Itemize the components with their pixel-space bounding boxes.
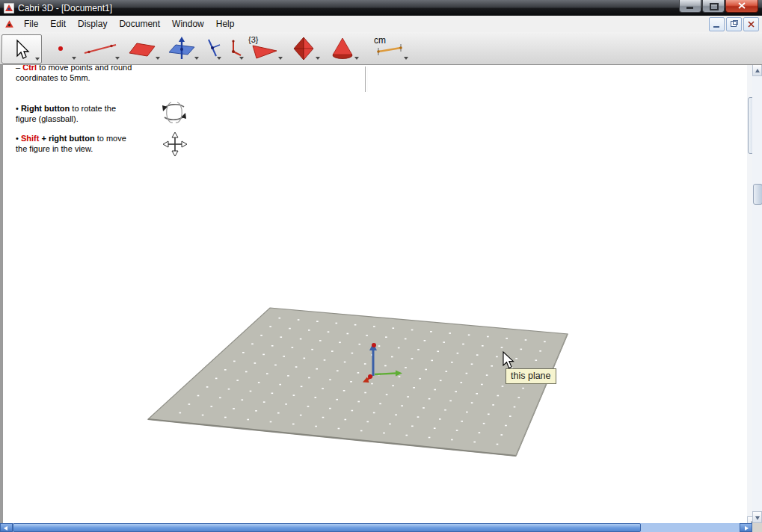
tool-dropdown-arrow[interactable]	[354, 57, 359, 60]
horizontal-scrollbar[interactable]	[0, 523, 762, 532]
menu-item-file[interactable]: File	[18, 16, 44, 32]
tool-measurement[interactable]: cm	[371, 34, 410, 62]
tool-select[interactable]	[1, 34, 42, 64]
tool-dropdown-arrow[interactable]	[115, 57, 120, 60]
close-icon	[726, 0, 758, 12]
toolbar-separator	[365, 66, 368, 92]
help-item-ctrl: – Ctrl to move points and round coordina…	[16, 63, 135, 83]
title-bar[interactable]: Cabri 3D - [Document1]	[0, 0, 762, 16]
down-arrow-icon	[755, 516, 760, 520]
left-arrow-icon	[4, 526, 7, 531]
mdi-restore-button[interactable]	[726, 17, 742, 31]
cm-label: cm	[374, 35, 386, 46]
vertical-scroll-thumb[interactable]	[753, 184, 762, 205]
scroll-down-button[interactable]	[752, 511, 762, 523]
vertical-scrollbar[interactable]	[752, 64, 762, 523]
tool-dropdown-arrow[interactable]	[316, 57, 320, 60]
right-arrow-icon	[745, 526, 749, 531]
tool-dropdown-arrow[interactable]	[35, 58, 40, 61]
close-button[interactable]	[725, 0, 758, 13]
menu-item-edit[interactable]: Edit	[44, 16, 72, 32]
menu-item-document[interactable]: Document	[113, 16, 166, 32]
tool-polygon[interactable]: {3}	[245, 34, 284, 62]
move-view-icon	[162, 132, 188, 157]
mdi-restore-icon-back	[733, 20, 738, 25]
mouse-cursor	[502, 351, 515, 371]
tool-dropdown-arrow[interactable]	[278, 57, 283, 60]
maximize-icon	[710, 3, 719, 10]
tool-dropdown-arrow[interactable]	[217, 57, 221, 60]
up-arrow-icon	[755, 69, 760, 72]
tool-dropdown-arrow[interactable]	[72, 57, 76, 60]
menu-item-window[interactable]: Window	[166, 16, 210, 32]
tool-dropdown-arrow[interactable]	[404, 57, 408, 60]
help-item-shift-right-button: • Shift + right button to move the figur…	[16, 134, 135, 154]
angle-mark-icon	[225, 37, 245, 60]
document-app-icon	[4, 19, 15, 30]
minimize-icon	[686, 7, 693, 9]
toolbar: {3} cm	[0, 32, 762, 65]
pointer-arrow-icon	[10, 38, 33, 61]
scroll-left-button[interactable]	[0, 523, 13, 532]
tool-measurement-transfer[interactable]	[224, 34, 245, 62]
point-icon	[46, 37, 76, 60]
mdi-minimize-button[interactable]	[709, 17, 725, 31]
mdi-close-button[interactable]	[743, 17, 759, 31]
scrollbar-corner	[752, 523, 762, 532]
menu-item-help[interactable]: Help	[210, 16, 241, 32]
tool-dropdown-arrow[interactable]	[194, 57, 199, 60]
polygon-count-badge: {3}	[248, 35, 258, 44]
line-icon	[82, 37, 119, 60]
help-item-right-button: • Right button to rotate the figure (gla…	[16, 104, 135, 124]
maximize-button[interactable]	[702, 0, 725, 13]
app-icon	[4, 3, 14, 13]
tool-polyhedron[interactable]	[286, 34, 322, 62]
window-title: Cabri 3D - [Document1]	[18, 3, 112, 13]
cone-icon	[328, 36, 357, 61]
glassball-rotate-icon	[159, 99, 191, 126]
mdi-close-icon	[744, 18, 758, 31]
tool-point[interactable]	[43, 34, 78, 62]
minimize-button[interactable]	[679, 0, 701, 13]
hover-tooltip: this plane	[506, 368, 556, 384]
tool-plane[interactable]	[123, 34, 162, 62]
menu-bar: File Edit Display Document Window Help	[0, 16, 762, 33]
tool-help-content: – Shift to move a point in space vertica…	[2, 16, 760, 529]
scroll-right-button[interactable]	[740, 523, 752, 532]
tool-perpendicular-plane[interactable]	[163, 34, 200, 62]
tool-dropdown-arrow[interactable]	[156, 57, 160, 60]
tool-cone[interactable]	[325, 34, 360, 62]
tool-dropdown-arrow[interactable]	[239, 57, 244, 60]
octahedron-icon	[289, 36, 319, 61]
scroll-up-button[interactable]	[752, 64, 762, 76]
mdi-minimize-icon	[713, 26, 719, 28]
tool-perpendicular-line[interactable]	[202, 34, 223, 62]
horizontal-scroll-thumb[interactable]	[13, 523, 641, 532]
plane-icon	[125, 37, 159, 60]
perpendicular-line-icon	[203, 37, 222, 60]
tool-line[interactable]	[79, 34, 121, 62]
menu-item-display[interactable]: Display	[72, 16, 113, 32]
